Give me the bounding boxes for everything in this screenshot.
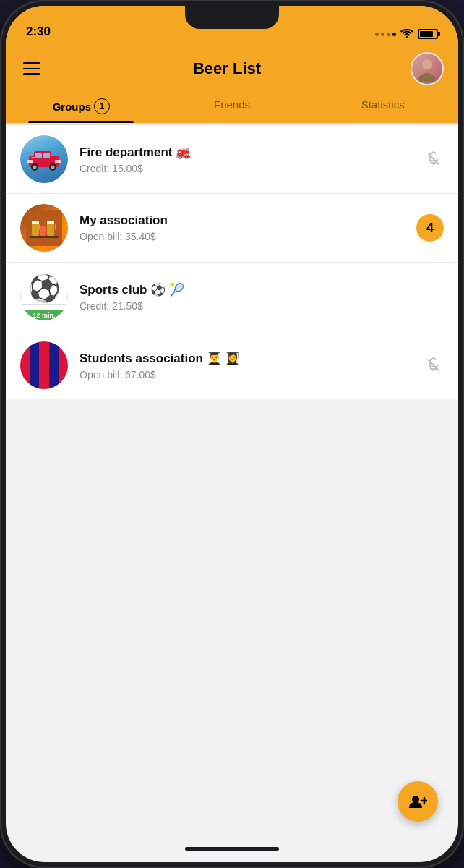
tab-groups-badge: 1 (94, 98, 110, 114)
svg-rect-5 (35, 153, 42, 158)
signal-dots (375, 33, 396, 36)
svg-point-1 (418, 73, 436, 82)
phone-shell: 2:30 (0, 0, 464, 868)
phone-screen: 2:30 (6, 6, 458, 862)
tab-friends-label: Friends (214, 98, 250, 111)
list-item[interactable]: ⚽ 12 min. Sports club ⚽ 🎾 Credit: 21.50$ (6, 263, 458, 331)
item-name: Fire department 🚒 (80, 145, 415, 160)
svg-rect-16 (32, 223, 39, 236)
svg-rect-18 (40, 226, 46, 236)
status-icons (375, 29, 438, 39)
tab-statistics[interactable]: Statistics (307, 91, 458, 123)
groups-list: Fire department 🚒 Credit: 15.00$ (6, 125, 458, 399)
list-item[interactable]: Fire department 🚒 Credit: 15.00$ (6, 125, 458, 194)
add-member-fab[interactable] (398, 781, 438, 822)
svg-point-10 (33, 166, 37, 169)
svg-rect-22 (55, 224, 56, 230)
tab-statistics-label: Statistics (361, 98, 405, 111)
tab-friends[interactable]: Friends (157, 91, 308, 123)
item-avatar-association (20, 204, 68, 252)
tab-groups[interactable]: Groups 1 (6, 91, 157, 123)
wifi-icon (400, 29, 413, 39)
item-action-association: 4 (416, 214, 444, 242)
list-item[interactable]: Students association 👨‍🎓 👩‍🎓 Open bill: … (6, 331, 458, 399)
list-item[interactable]: My association Open bill: 35.40$ 4 (6, 194, 458, 263)
svg-rect-6 (43, 153, 50, 158)
item-sub: Credit: 15.00$ (80, 163, 415, 174)
empty-content-area (6, 399, 458, 544)
item-content-students: Students association 👨‍🎓 👩‍🎓 Open bill: … (80, 351, 415, 380)
tabs: Groups 1 Friends Statistics (6, 85, 458, 123)
home-indicator (185, 847, 279, 851)
item-name: Sports club ⚽ 🎾 (80, 282, 435, 297)
item-content-association: My association Open bill: 35.40$ (80, 213, 408, 242)
svg-rect-23 (30, 236, 59, 238)
notification-count-badge: 4 (416, 214, 444, 242)
tab-groups-label: Groups (53, 101, 91, 113)
item-sub: Credit: 21.50$ (80, 300, 435, 312)
header-title: Beer List (193, 59, 261, 78)
hamburger-line-1 (23, 62, 40, 64)
signal-dot-4 (392, 33, 396, 36)
svg-rect-17 (32, 221, 39, 224)
item-sub: Open bill: 35.40$ (80, 231, 408, 242)
item-avatar-students (20, 341, 68, 389)
header: Beer List (6, 43, 458, 85)
item-avatar-fire-dept (20, 135, 68, 183)
signal-dot-1 (375, 33, 379, 36)
item-action-students[interactable] (424, 355, 444, 375)
item-sub: Open bill: 67.00$ (80, 369, 415, 380)
signal-dot-3 (387, 33, 390, 36)
hamburger-line-2 (23, 68, 40, 70)
svg-rect-8 (55, 160, 61, 163)
svg-point-12 (51, 166, 55, 169)
item-content-fire-dept: Fire department 🚒 Credit: 15.00$ (80, 145, 415, 174)
svg-rect-13 (31, 157, 35, 158)
item-action-fire-dept[interactable] (424, 149, 444, 169)
item-avatar-sports: ⚽ 12 min. (20, 273, 68, 320)
status-time: 2:30 (26, 25, 51, 39)
svg-rect-7 (27, 160, 33, 163)
svg-rect-21 (39, 224, 40, 230)
user-avatar[interactable] (411, 52, 444, 85)
bell-muted-icon (424, 149, 444, 169)
signal-dot-2 (381, 33, 384, 36)
item-content-sports: Sports club ⚽ 🎾 Credit: 21.50$ (80, 282, 435, 312)
avatar-image (412, 54, 442, 84)
bell-muted-icon (424, 355, 444, 375)
svg-rect-19 (47, 223, 54, 236)
notch (185, 6, 279, 29)
battery-icon (418, 29, 438, 39)
add-person-icon (408, 793, 427, 809)
time-badge: 12 min. (20, 310, 68, 320)
svg-rect-20 (47, 221, 54, 224)
svg-point-2 (422, 59, 432, 69)
battery-fill (420, 31, 433, 37)
item-name: Students association 👨‍🎓 👩‍🎓 (80, 351, 415, 366)
item-name: My association (80, 213, 408, 228)
hamburger-line-3 (23, 73, 40, 75)
svg-point-24 (412, 796, 419, 803)
hamburger-menu-button[interactable] (20, 59, 43, 78)
